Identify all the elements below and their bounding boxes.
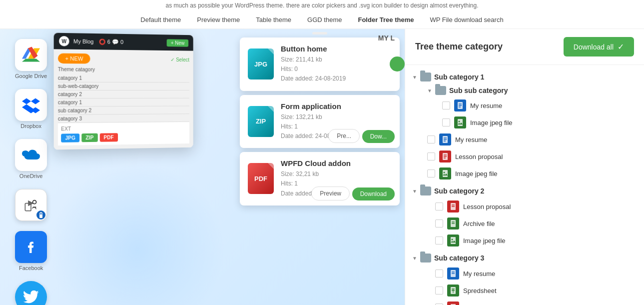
nav-ggd-theme[interactable]: GGD theme	[307, 16, 342, 24]
wp-toolbar-text: My Blog ⭕ 6 💬 0	[73, 38, 123, 46]
file-cards-panel: JPG Button home Size: 211,41 kb Hits: 0 …	[240, 29, 400, 210]
tree-cat-1-header[interactable]: ▼ Sub category 1	[410, 70, 639, 84]
checkbox-img-jpeg-2[interactable]	[427, 170, 435, 178]
download-all-label: Download all	[574, 43, 614, 51]
download-all-button[interactable]: Download all ✓	[564, 37, 634, 56]
tree-content: ▼ Sub category 1 ▼ Sub sub category	[405, 65, 644, 305]
wp-mockup: W My Blog ⭕ 6 💬 0 + New + NEW ✓ Select T…	[54, 33, 193, 150]
wp-list-item-1: sub-web-catagory	[58, 82, 189, 90]
plugin-icon-gdrive[interactable]: Google Drive	[15, 39, 47, 79]
tree-file-img-jpeg-3: Image jpeg file	[433, 232, 639, 249]
file-type-icon-red-3	[447, 302, 459, 305]
gdrive-label: Google Drive	[15, 73, 47, 79]
tree-title: Tree theme category	[415, 42, 503, 52]
tree-file-my-resume-3: My resume	[433, 265, 639, 282]
tree-file-spreadsheet: Spredsheet	[433, 282, 639, 299]
wp-ext-badges: JPG ZIP PDF	[61, 132, 186, 142]
file-type-icon-blue-1	[454, 100, 466, 112]
file-icon-jpg: JPG	[248, 48, 274, 80]
ext-badge-jpg: JPG	[61, 134, 79, 142]
main-container: Google Drive Dropbox OneDrive	[0, 29, 644, 305]
tree-cat-3-header[interactable]: ▼ Sub category 3	[410, 251, 639, 265]
file-card-zip-download-btn[interactable]: Dow...	[362, 130, 395, 143]
tree-arrow-subcat1: ▼	[427, 88, 432, 94]
tree-header: Tree theme category Download all ✓	[405, 29, 644, 65]
tree-subcat-1: ▼ Sub sub category My resume	[425, 84, 639, 131]
file-card-pdf-name: WPFD Cloud addon	[281, 159, 351, 168]
file-icon-zip: ZIP	[248, 106, 274, 137]
checkbox-my-resume-2[interactable]	[427, 136, 435, 144]
file-label-img-jpeg-1: Image jpeg file	[470, 119, 513, 126]
checkbox-archive[interactable]	[435, 220, 443, 228]
nav-wp-file-search[interactable]: WP File download search	[430, 16, 503, 24]
tree-cat-2-header[interactable]: ▼ Sub category 2	[410, 184, 639, 198]
tree-file-archive: Archive file	[433, 215, 639, 232]
plugin-icon-share[interactable]	[15, 189, 47, 221]
checkbox-lesson-1[interactable]	[427, 152, 435, 160]
folder-icon-cat3	[420, 254, 431, 262]
file-card-zip-preview-btn[interactable]: Pre...	[328, 129, 360, 143]
plugin-icon-twitter[interactable]: Twitter	[15, 281, 47, 305]
tree-arrow-cat2: ▼	[412, 188, 417, 194]
wp-list-item-2: catagory 2	[58, 90, 189, 98]
nav-table-theme[interactable]: Table theme	[256, 16, 291, 24]
gdrive-icon-circle	[15, 39, 47, 71]
svg-point-10	[459, 121, 460, 122]
checkbox-img-jpeg-1[interactable]	[442, 118, 450, 126]
facebook-label: Facebook	[19, 265, 43, 271]
file-card-pdf-download-btn[interactable]: Download	[352, 188, 395, 200]
file-label-archive: Archive file	[463, 220, 495, 228]
tree-category-2: ▼ Sub category 2 Lesson proposal	[410, 184, 639, 249]
wp-new-orange-btn[interactable]: + NEW	[58, 54, 90, 64]
nav-default-theme[interactable]: Default theme	[140, 16, 181, 24]
file-label-lesson-2: Lesson proposal	[463, 203, 511, 210]
plugin-icons-list: Google Drive Dropbox OneDrive	[15, 39, 47, 305]
tree-cat-1-direct-files: My resume Lesson proposal	[425, 131, 639, 182]
svg-rect-3	[39, 214, 42, 218]
wp-ext-label: EXT	[61, 125, 186, 132]
file-label-img-jpeg-3: Image jpeg file	[463, 237, 506, 244]
nav-preview-theme[interactable]: Preview theme	[197, 16, 240, 24]
wp-list-item-0: catagory 1	[58, 74, 189, 82]
svg-rect-2	[33, 207, 36, 208]
tree-category-1: ▼ Sub category 1 ▼ Sub sub category	[410, 70, 639, 182]
theme-nav: Default theme Preview theme Table theme …	[0, 11, 644, 29]
checkbox-my-resume-1[interactable]	[442, 102, 450, 110]
wp-theme-label: Theme catagory	[58, 66, 189, 73]
checkbox-lesson-2[interactable]	[435, 202, 443, 210]
tree-file-lesson-1: Lesson proposal	[425, 148, 639, 165]
svg-point-1	[33, 200, 36, 204]
ext-badge-pdf: PDF	[99, 133, 117, 142]
svg-rect-9	[458, 119, 463, 126]
wp-new-btn[interactable]: + New	[167, 39, 188, 46]
tree-file-lesson-2: Lesson proposal	[433, 198, 639, 215]
file-label-img-jpeg-2: Image jpeg file	[455, 170, 498, 178]
file-card-pdf: PDF WPFD Cloud addon Size: 32,21 kb Hits…	[240, 152, 400, 206]
wp-select-btn[interactable]: ✓ Select	[171, 56, 189, 62]
plugin-icon-dropbox[interactable]: Dropbox	[15, 89, 47, 129]
file-label-spreadsheet: Spredsheet	[463, 287, 497, 294]
checkbox-my-resume-3[interactable]	[435, 270, 443, 278]
file-label-lesson-1: Lesson proposal	[455, 153, 503, 160]
plugin-icon-facebook[interactable]: Facebook	[15, 231, 47, 271]
tree-arrow-cat3: ▼	[412, 256, 417, 261]
dropbox-icon-circle	[15, 89, 47, 121]
ext-badge-zip: ZIP	[81, 134, 97, 142]
file-type-icon-blue-3	[447, 268, 459, 280]
svg-point-28	[452, 239, 453, 240]
file-label-my-resume-3: My resume	[463, 270, 495, 278]
plugin-icon-onedrive[interactable]: OneDrive	[15, 139, 47, 179]
file-card-zip-name: Form application	[281, 102, 346, 110]
file-card-jpg-info: Button home Size: 211,41 kb Hits: 0 Date…	[281, 44, 346, 84]
onedrive-icon-circle	[15, 139, 47, 171]
my-l-label: MY L	[378, 34, 395, 42]
file-card-pdf-preview-btn[interactable]: Preview	[311, 186, 350, 200]
tree-subcat-1-header[interactable]: ▼ Sub sub category	[425, 84, 639, 97]
dropbox-label: Dropbox	[20, 123, 41, 129]
tree-subcat-1-files: My resume Image jpeg file	[440, 97, 639, 131]
nav-folder-tree-theme[interactable]: Folder Tree theme	[358, 16, 414, 24]
share-icon-circle	[15, 189, 47, 221]
checkbox-img-jpeg-3[interactable]	[435, 236, 443, 244]
checkbox-spreadsheet[interactable]	[435, 286, 443, 294]
wp-list-item-4: sub catagory 2	[58, 106, 189, 114]
